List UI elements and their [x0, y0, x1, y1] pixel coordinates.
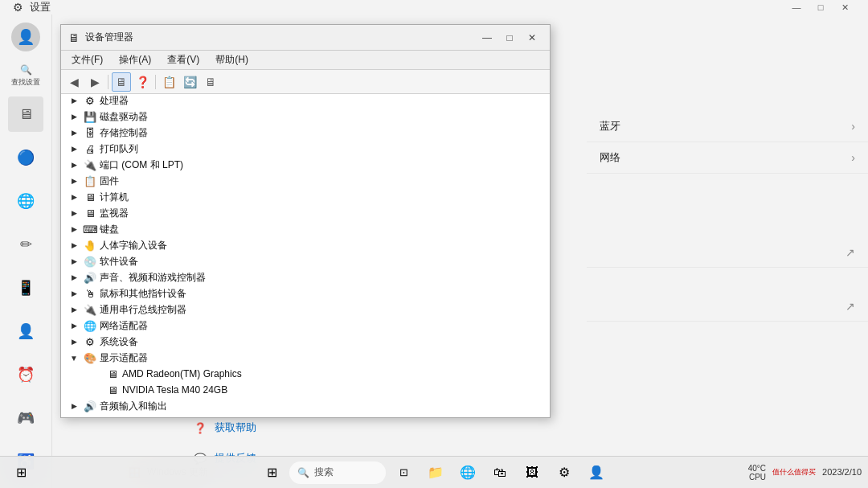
file-explorer-btn[interactable]: 📁	[421, 458, 450, 487]
toolbar-refresh-btn[interactable]: 🔄	[180, 72, 199, 92]
toolbar-help-btn[interactable]: ❓	[133, 72, 152, 92]
taskbar-search-label: 搜索	[314, 465, 334, 479]
taskbar-clock: 2023/2/10	[822, 466, 862, 478]
settings-taskbar-btn[interactable]: ⚙	[550, 458, 579, 487]
tree-item[interactable]: ▶⚙处理器	[61, 94, 550, 109]
tree-node-icon: 🖱	[84, 287, 96, 300]
personalize-icon: ✏	[20, 236, 32, 253]
sidebar-item-apps[interactable]: 📱	[8, 270, 43, 306]
start-btn[interactable]: ⊞	[6, 458, 35, 487]
tree-item[interactable]: ▶💿软件设备	[61, 253, 550, 269]
tree-node-label: 通用串行总线控制器	[100, 303, 550, 317]
chevron-right-icon: ›	[851, 120, 855, 133]
tree-item[interactable]: ▶🖥计算机	[61, 189, 550, 205]
menu-file[interactable]: 文件(F)	[64, 51, 110, 69]
tree-node-icon: 💾	[84, 110, 96, 123]
settings-row-link2[interactable]: ↗	[587, 292, 868, 322]
devmgr-maximize-btn[interactable]: □	[498, 29, 521, 47]
sidebar-item-bluetooth[interactable]: 🔵	[8, 140, 43, 175]
settings-row-link1[interactable]: ↗	[587, 238, 868, 268]
tree-item[interactable]: ▶💾磁盘驱动器	[61, 109, 550, 125]
tree-expand-icon: ▶	[68, 94, 80, 107]
settings-maximize-btn[interactable]: □	[810, 0, 831, 14]
tree-node-icon: 🔌	[84, 303, 96, 316]
tree-item[interactable]: ▶🖱鼠标和其他指针设备	[61, 285, 550, 301]
other-icon: 👤	[588, 465, 604, 480]
tree-node-label: 音频输入和输出	[100, 400, 550, 413]
menu-view[interactable]: 查看(V)	[160, 51, 207, 69]
tree-item[interactable]: ▶⚙系统设备	[61, 334, 550, 350]
photos-btn[interactable]: 🖼	[518, 458, 547, 487]
settings-row-network[interactable]: 网络 ›	[587, 142, 868, 174]
tree-node-label: 打印队列	[100, 142, 550, 156]
toolbar-computer-btn[interactable]: 🖥	[112, 72, 131, 92]
devmgr-close-btn[interactable]: ✕	[521, 29, 543, 47]
tree-item[interactable]: ▶🔌端口 (COM 和 LPT)	[61, 157, 550, 173]
tree-item[interactable]: ▶📋固件	[61, 173, 550, 189]
folder-icon: 📁	[428, 465, 444, 480]
network-icon: 🌐	[17, 192, 35, 210]
sidebar-item-system[interactable]: 🖥	[8, 96, 43, 132]
tree-node-label: 处理器	[100, 94, 550, 108]
tree-node-label: 软件设备	[100, 255, 550, 269]
tree-node-label: 显示适配器	[100, 351, 550, 365]
tree-item[interactable]: ▶🖥监视器	[61, 205, 550, 221]
tree-item[interactable]: ▶🖨打印队列	[61, 141, 550, 157]
settings-close-btn[interactable]: ✕	[834, 0, 855, 14]
tree-node-icon: ⌨	[84, 223, 96, 236]
windows-logo-icon: ⊞	[16, 465, 27, 480]
sidebar-item-personalize[interactable]: ✏	[8, 227, 43, 262]
tree-node-label: 声音、视频和游戏控制器	[100, 271, 550, 285]
avatar-icon: 👤	[17, 28, 35, 46]
toolbar-forward-btn[interactable]: ▶	[85, 72, 104, 92]
tree-expand-icon: ▶	[68, 255, 80, 268]
avatar[interactable]: 👤	[11, 23, 40, 51]
menu-help[interactable]: 帮助(H)	[208, 51, 256, 69]
sidebar-search-area[interactable]: 🔍 查找设置	[8, 63, 43, 88]
settings-minimize-btn[interactable]: —	[786, 0, 807, 14]
get-help-item[interactable]: ❓ 获取帮助	[181, 416, 269, 440]
edge-btn[interactable]: 🌐	[453, 458, 482, 487]
menu-action[interactable]: 操作(A)	[112, 51, 158, 69]
tree-item[interactable]: ▶🌐网络适配器	[61, 318, 550, 334]
tree-expand-icon: ▶	[68, 191, 80, 203]
task-view-btn[interactable]: ⊡	[389, 458, 418, 487]
taskbar: ⊞ ⊞ 🔍 搜索 ⊡ 📁 🌐 🛍 🖼 ⚙ 👤	[0, 456, 868, 488]
tree-expand-icon	[90, 383, 103, 396]
toolbar-separator-2	[155, 75, 156, 89]
tree-item[interactable]: 🖥NVIDIA Tesla M40 24GB	[61, 382, 550, 398]
tree-item[interactable]: ▶🗄存储控制器	[61, 125, 550, 141]
tree-item[interactable]: ▶🔊声音、视频和游戏控制器	[61, 269, 550, 285]
sidebar-item-time[interactable]: ⏰	[8, 357, 43, 392]
devmgr-tree-body[interactable]: ▶⊟IDE ATA/ATAPI 控制器▶🔒安全设备▶📱便携设备▶⚙处理器▶💾磁盘…	[61, 94, 550, 417]
toolbar-props-btn[interactable]: 🖥	[201, 72, 220, 92]
sidebar-item-gaming[interactable]: 🎮	[8, 400, 43, 436]
store-btn[interactable]: 🛍	[485, 458, 514, 487]
tree-node-icon: 🖨	[84, 142, 96, 155]
accounts-icon: 👤	[17, 322, 35, 340]
settings-row-bluetooth[interactable]: 蓝牙 ›	[587, 111, 868, 142]
start-center-btn[interactable]: ⊞	[257, 458, 286, 487]
tree-item[interactable]: ▶🔊音频输入和输出	[61, 398, 550, 414]
clock-date: 2023/2/10	[822, 466, 862, 478]
tree-node-icon: 🔌	[84, 158, 96, 171]
devmgr-title-left: 🖥 设备管理器	[68, 31, 133, 44]
toolbar-devtype-btn[interactable]: 📋	[159, 72, 178, 92]
sidebar-item-accounts[interactable]: 👤	[8, 314, 43, 349]
tree-item[interactable]: 🖥AMD Radeon(TM) Graphics	[61, 366, 550, 382]
tree-item[interactable]: ▶🤚人体字输入设备	[61, 237, 550, 253]
tree-item[interactable]: ▶🔌通用串行总线控制器	[61, 301, 550, 318]
tree-item[interactable]: ▼🎨显示适配器	[61, 350, 550, 366]
settings-rows-area: 蓝牙 › 网络 › ↗ ↗	[587, 111, 868, 322]
devmgr-minimize-btn[interactable]: —	[476, 29, 498, 47]
sidebar-item-network[interactable]: 🌐	[8, 183, 43, 219]
devmgr-win-controls: — □ ✕	[476, 29, 543, 47]
tree-item[interactable]: ▶⌨键盘	[61, 221, 550, 237]
other-btn[interactable]: 👤	[582, 458, 611, 487]
taskbar-search-box[interactable]: 🔍 搜索	[289, 461, 386, 484]
settings-title-left: ⚙ 设置	[13, 0, 51, 14]
toolbar-back-btn[interactable]: ◀	[64, 72, 84, 92]
tree-node-label: AMD Radeon(TM) Graphics	[122, 368, 550, 379]
gaming-icon: 🎮	[17, 409, 35, 427]
cpu-label: CPU	[749, 473, 766, 482]
